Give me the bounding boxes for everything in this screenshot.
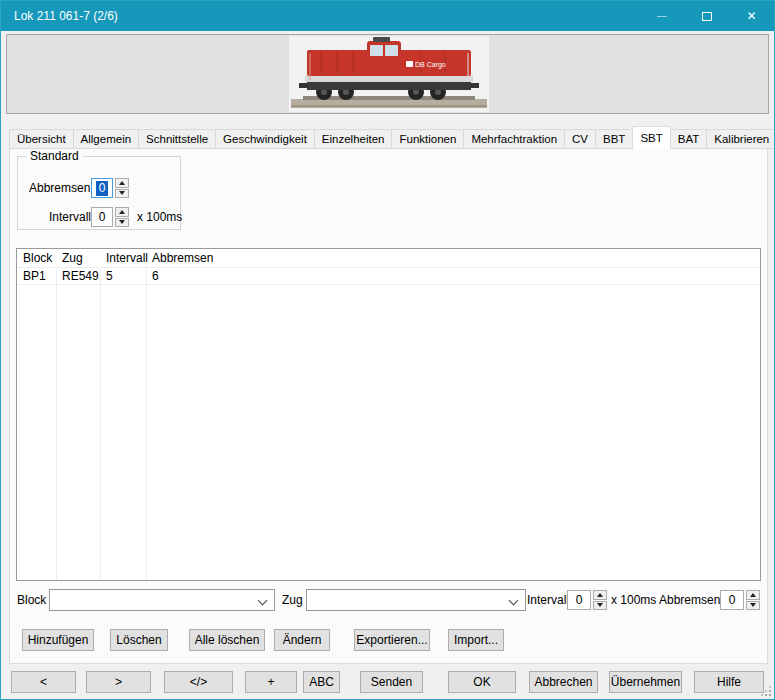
up-arrow-icon [750, 593, 756, 597]
abbremsen-label: Abbremsen [659, 589, 720, 611]
spin-down-button[interactable] [746, 601, 760, 611]
block-list[interactable]: Block Zug Intervall Abbremsen BP1 RE549 … [16, 248, 761, 581]
up-arrow-icon [119, 181, 125, 185]
intervall-label: Intervall [527, 589, 569, 611]
abbremsen-spin-field[interactable]: 0 [91, 178, 113, 198]
down-arrow-icon [119, 191, 125, 195]
down-arrow-icon [750, 603, 756, 607]
abbremsen-label: Abbremsen [29, 181, 90, 195]
column-divider [100, 249, 101, 580]
tab-allgemein[interactable]: Allgemein [73, 129, 140, 149]
tab-uebersicht[interactable]: Übersicht [9, 129, 74, 149]
intervall-spin-field[interactable]: 0 [91, 207, 113, 227]
senden-button[interactable]: Senden [360, 671, 423, 693]
abc-button[interactable]: ABC [303, 671, 340, 693]
cell-zug: RE549 [56, 268, 100, 284]
header-intervall[interactable]: Intervall [100, 249, 146, 267]
cell-block: BP1 [17, 268, 56, 284]
locomotive-image: DB Cargo [289, 36, 489, 112]
list-header: Block Zug Intervall Abbremsen [17, 249, 760, 268]
block-combobox[interactable] [49, 589, 275, 611]
hinzufuegen-button[interactable]: Hinzufügen [22, 629, 94, 651]
maximize-button[interactable] [684, 1, 729, 31]
spin-down-button[interactable] [115, 218, 129, 228]
entry-abbremsen-spinner[interactable]: 0 [720, 590, 760, 610]
tab-cv[interactable]: CV [564, 129, 596, 149]
cell-abbremsen: 6 [146, 268, 760, 284]
dialog-window: Lok 211 061-7 (2/6) ✕ [0, 0, 775, 700]
zug-label: Zug [282, 589, 303, 611]
tab-bat[interactable]: BAT [670, 129, 708, 149]
up-arrow-icon [119, 210, 125, 214]
code-button[interactable]: </> [164, 671, 233, 693]
down-arrow-icon [597, 603, 603, 607]
groupbox-title: Standard [26, 149, 83, 163]
close-icon: ✕ [746, 9, 756, 23]
aendern-button[interactable]: Ändern [274, 629, 330, 651]
interval-unit-label: x 100ms [137, 210, 182, 224]
minimize-button[interactable] [639, 1, 684, 31]
uebernehmen-button[interactable]: Übernehmen [609, 671, 682, 693]
sbt-tab-page: Standard Abbremsen 0 Intervall 0 x 100ms [9, 148, 768, 664]
tab-mehrfachtraktion[interactable]: Mehrfachtraktion [463, 129, 565, 149]
import-button[interactable]: Import... [448, 629, 504, 651]
table-row[interactable]: BP1 RE549 5 6 [17, 268, 760, 285]
titlebar[interactable]: Lok 211 061-7 (2/6) ✕ [1, 1, 774, 31]
abbremsen-spinner[interactable]: 0 [91, 178, 129, 198]
chevron-down-icon [258, 596, 268, 606]
locomotive-photo: DB Cargo [289, 36, 489, 112]
prev-button[interactable]: < [11, 671, 76, 693]
close-button[interactable]: ✕ [729, 1, 774, 31]
spin-up-button[interactable] [593, 590, 607, 600]
zug-combobox[interactable] [306, 589, 526, 611]
alle-loeschen-button[interactable]: Alle löschen [189, 629, 265, 651]
header-block[interactable]: Block [17, 249, 56, 267]
column-divider [56, 249, 57, 580]
grip-dots-icon [769, 694, 771, 696]
maximize-icon [702, 12, 712, 21]
tab-sbt[interactable]: SBT [632, 126, 670, 150]
intervall-spin-field[interactable]: 0 [567, 590, 591, 610]
interval-unit-label: x 100ms [611, 589, 656, 611]
minimize-icon [657, 16, 667, 17]
tab-kalibrieren[interactable]: Kalibrieren [706, 129, 775, 149]
down-arrow-icon [119, 220, 125, 224]
tab-bbt[interactable]: BBT [595, 129, 633, 149]
window-title: Lok 211 061-7 (2/6) [14, 1, 118, 31]
spin-up-button[interactable] [746, 590, 760, 600]
header-zug[interactable]: Zug [56, 249, 100, 267]
tab-funktionen[interactable]: Funktionen [391, 129, 464, 149]
resize-grip[interactable] [760, 685, 771, 696]
header-abbremsen[interactable]: Abbremsen [146, 249, 760, 267]
up-arrow-icon [597, 593, 603, 597]
next-button[interactable]: > [86, 671, 151, 693]
cell-intervall: 5 [100, 268, 146, 284]
tab-geschwindigkeit[interactable]: Geschwindigkeit [215, 129, 315, 149]
standard-groupbox: Standard Abbremsen 0 Intervall 0 x 100ms [17, 156, 181, 230]
selected-value: 0 [96, 181, 109, 196]
spin-up-button[interactable] [115, 207, 129, 217]
spin-up-button[interactable] [115, 178, 129, 188]
tab-strip: Übersicht Allgemein Schnittstelle Geschw… [9, 125, 775, 149]
tab-schnittstelle[interactable]: Schnittstelle [138, 129, 216, 149]
abbrechen-button[interactable]: Abbrechen [529, 671, 598, 693]
column-divider [146, 249, 147, 580]
tab-einzelheiten[interactable]: Einzelheiten [314, 129, 393, 149]
loeschen-button[interactable]: Löschen [110, 629, 168, 651]
svg-text:DB Cargo: DB Cargo [415, 61, 446, 69]
block-label: Block [17, 589, 46, 611]
exportieren-button[interactable]: Exportieren... [354, 629, 430, 651]
locomotive-panel: DB Cargo [6, 34, 769, 114]
spin-down-button[interactable] [593, 601, 607, 611]
entry-intervall-spinner[interactable]: 0 [567, 590, 607, 610]
plus-button[interactable]: + [245, 671, 297, 693]
ok-button[interactable]: OK [448, 671, 516, 693]
spin-down-button[interactable] [115, 189, 129, 199]
intervall-spinner[interactable]: 0 [91, 207, 129, 227]
abbremsen-spin-field[interactable]: 0 [720, 590, 744, 610]
hilfe-button[interactable]: Hilfe [694, 671, 764, 693]
chevron-down-icon [509, 596, 519, 606]
intervall-label: Intervall [29, 210, 91, 224]
